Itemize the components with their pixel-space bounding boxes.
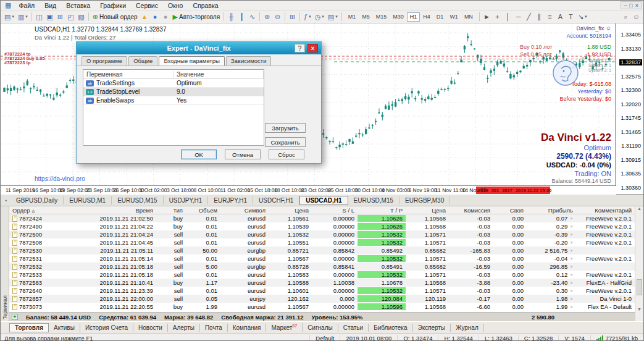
- watermark-link[interactable]: https://da-vinci.pro: [35, 175, 85, 182]
- chart-tab-EURGBP,M30[interactable]: EURGBP,M30: [399, 196, 450, 204]
- menu-item-Окно[interactable]: Окно: [163, 2, 188, 9]
- indicators-button[interactable]: ƒ▾: [302, 12, 313, 22]
- menu-item-Графики[interactable]: Графики: [95, 2, 131, 9]
- terminal-tab-Журнал[interactable]: Журнал: [451, 324, 484, 332]
- order-row[interactable]: 78730732019.11.21 22:20:55buy1.99eurusd1…: [9, 303, 635, 311]
- timeframe-MN-button[interactable]: MN: [461, 12, 476, 22]
- candlestick-mode-button[interactable]: ┃: [236, 12, 247, 22]
- timeframe-M30-button[interactable]: M30: [390, 12, 407, 22]
- chart-profiles-button[interactable]: ▥▾: [16, 12, 30, 22]
- terminal-tab-Торговля[interactable]: Торговля: [9, 323, 49, 332]
- close-order-icon[interactable]: ×: [570, 272, 573, 277]
- header-Время[interactable]: Время: [76, 207, 156, 214]
- chart-tab-EURJPY,H1[interactable]: EURJPY,H1: [208, 196, 253, 204]
- dialog-tab-Общие[interactable]: Общие: [128, 56, 157, 65]
- navigator-button[interactable]: ⊞: [55, 12, 65, 22]
- order-row[interactable]: 78725312019.11.21 21:05:14sell0.01eurusd…: [9, 255, 635, 263]
- scroll-down-icon[interactable]: ▼: [635, 307, 643, 311]
- terminal-tab-Маркет[interactable]: Маркет97: [266, 323, 303, 332]
- menu-item-Вставка[interactable]: Вставка: [61, 2, 95, 9]
- vertical-line-tool-button[interactable]: │: [503, 12, 513, 22]
- market-watch-button[interactable]: ◫: [34, 12, 44, 22]
- alerts-button[interactable]: ●: [150, 12, 161, 22]
- dialog-tab-Зависимости[interactable]: Зависимости: [226, 56, 272, 65]
- header-Объем[interactable]: Объем: [186, 207, 220, 214]
- parameter-value[interactable]: Optimum: [174, 80, 264, 86]
- save-button[interactable]: Сохранить: [265, 137, 306, 147]
- line-chart-mode-button[interactable]: ∿: [247, 12, 257, 22]
- header-T / P[interactable]: T / P: [358, 207, 406, 214]
- close-order-icon[interactable]: ×: [570, 248, 573, 253]
- close-order-icon[interactable]: ×: [570, 216, 573, 221]
- community-button[interactable]: ☺: [631, 12, 642, 22]
- dialog-tab-Входные параметры[interactable]: Входные параметры: [159, 56, 224, 65]
- channel-tool-button[interactable]: ∥: [534, 12, 545, 22]
- timeframe-M15-button[interactable]: M15: [373, 12, 390, 22]
- strategy-tester-button[interactable]: ▧: [76, 12, 86, 22]
- auto-trading-button[interactable]: ▶Авто-торговля: [171, 12, 222, 22]
- trendline-tool-button[interactable]: ╱: [524, 12, 534, 22]
- new-order-button[interactable]: ⊕Новый ордер: [91, 12, 140, 22]
- timeframe-D1-button[interactable]: D1: [433, 12, 447, 22]
- header-Цена[interactable]: Цена: [406, 207, 449, 214]
- menu-item-Вид[interactable]: Вид: [40, 2, 61, 9]
- search-button[interactable]: ⌕: [621, 12, 631, 22]
- close-order-icon[interactable]: ×: [570, 256, 573, 261]
- dialog-tab-О программе[interactable]: О программе: [82, 56, 127, 65]
- terminal-tab-Активы[interactable]: Активы: [49, 324, 80, 332]
- chart-tab-GBPUSD,Daily[interactable]: GBPUSD,Daily: [10, 196, 64, 204]
- menu-item-Справка[interactable]: Справка: [188, 2, 223, 9]
- minimize-button[interactable]: –: [624, 2, 627, 9]
- load-button[interactable]: Загрузить: [265, 123, 306, 133]
- terminal-tab-Библиотека[interactable]: Библиотека: [369, 324, 412, 332]
- terminal-tab-Компания[interactable]: Компания: [228, 324, 267, 332]
- chart-area[interactable]: USDCAD,H1 1.32770 1.32844 1.32769 1.3283…: [1, 23, 643, 195]
- bar-chart-mode-button[interactable]: ╫: [226, 12, 236, 22]
- header-Комиссия[interactable]: Комиссия: [449, 207, 493, 214]
- cancel-button[interactable]: Отмена: [225, 149, 261, 159]
- terminal-tab-Почта[interactable]: Почта: [200, 324, 228, 332]
- menu-item-Файл[interactable]: Файл: [14, 2, 40, 9]
- order-row[interactable]: 78725002019.11.21 21:04:24sell0.01eurusd…: [9, 230, 635, 238]
- text-tool-button[interactable]: A: [555, 12, 566, 22]
- header-S / L[interactable]: S / L: [312, 207, 358, 214]
- order-row[interactable]: 78724242019.11.21 21:02:50buy0.01eurusd1…: [9, 214, 635, 222]
- order-row[interactable]: 78726402019.11.21 21:23:39sell0.01eurusd…: [9, 287, 635, 295]
- order-row[interactable]: 78725832019.11.21 21:10:41buy1.17eurusd1…: [9, 279, 635, 287]
- ok-button[interactable]: OK: [181, 149, 217, 159]
- order-row[interactable]: 78725082019.11.21 21:04:45sell0.01eurusd…: [9, 238, 635, 246]
- close-order-icon[interactable]: ×: [570, 280, 573, 285]
- dialog-close-button[interactable]: ×: [307, 44, 318, 53]
- chart-tabs-menu-icon[interactable]: ▪: [2, 198, 10, 203]
- terminal-tab-История Счета[interactable]: История Счета: [80, 324, 133, 332]
- reset-button[interactable]: Сброс: [269, 149, 304, 159]
- header-Своп[interactable]: Своп: [493, 207, 527, 214]
- dialog-help-button[interactable]: ?: [295, 44, 305, 53]
- timeframe-H1-button[interactable]: H1: [407, 12, 420, 22]
- timeframe-M1-button[interactable]: M1: [345, 12, 359, 22]
- parameter-value[interactable]: 9.0: [174, 88, 264, 95]
- dialog-title-bar[interactable]: Expert - DaVinci_fix ? ×: [77, 42, 321, 54]
- order-row[interactable]: 78728572019.11.21 22:00:00sell0.05eurjpy…: [9, 295, 635, 303]
- parameter-row[interactable]: abEnableSwapsYes: [83, 96, 264, 105]
- close-order-icon[interactable]: ×: [570, 240, 573, 245]
- terminal-tab-Сигналы[interactable]: Сигналы: [303, 324, 338, 332]
- timeframe-M5-button[interactable]: M5: [359, 12, 373, 22]
- header-Ордер[interactable]: Ордер ▵: [9, 207, 76, 214]
- terminal-tab-Эксперты[interactable]: Эксперты: [413, 324, 451, 332]
- chart-tab-EURUSD,M15[interactable]: EURUSD,M15: [112, 196, 163, 204]
- crosshair-tool-button[interactable]: +: [492, 12, 503, 22]
- scroll-up-icon[interactable]: ▲: [635, 206, 643, 211]
- terminal-tab-Алерты[interactable]: Алерты: [168, 324, 200, 332]
- data-window-button[interactable]: ▣: [44, 12, 55, 22]
- header-Символ[interactable]: Символ: [220, 207, 269, 214]
- metaeditor-button[interactable]: ▲: [140, 12, 150, 22]
- chart-tab-USDJPY,H1[interactable]: USDJPY,H1: [164, 196, 209, 204]
- header-Цена[interactable]: Цена: [269, 207, 312, 214]
- chart-tab-USDCHF,H1[interactable]: USDCHF,H1: [253, 196, 299, 204]
- menu-item-Сервис[interactable]: Сервис: [131, 2, 163, 9]
- chart-tab-USDCAD,H1[interactable]: USDCAD,H1: [299, 196, 348, 205]
- parameter-row[interactable]: 1.2TradeStopLevel9.0: [83, 88, 264, 96]
- parameter-value[interactable]: Yes: [174, 97, 264, 104]
- mailbox-button[interactable]: ●: [161, 12, 171, 22]
